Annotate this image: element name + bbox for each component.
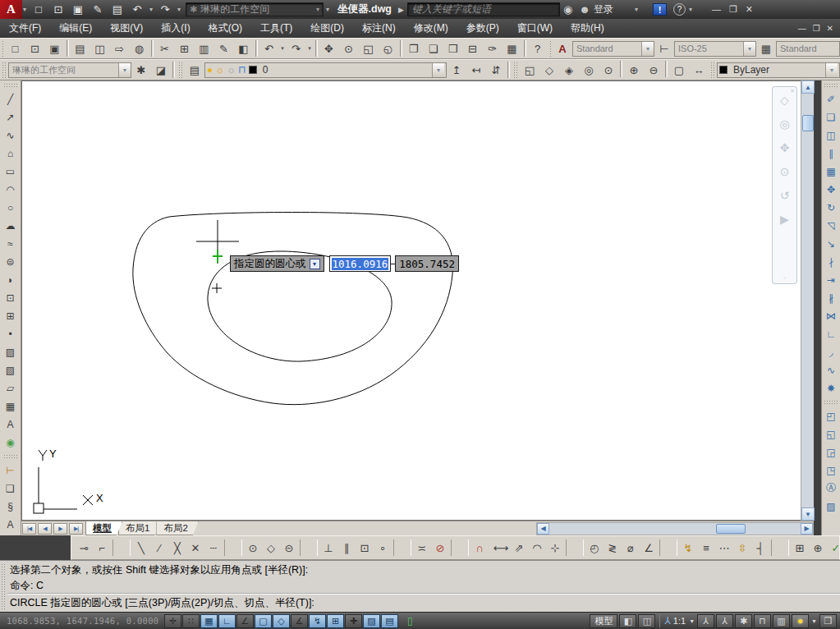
workspace-switch-button[interactable]: ✱ [735,614,752,628]
orbit-icon[interactable]: ↺ [780,189,790,202]
dim-linear-icon[interactable]: ⟷ [492,539,510,557]
snap-insert-icon[interactable]: ⊡ [356,539,374,557]
toolbar-grip[interactable] [549,40,552,57]
model-space-button[interactable]: 模型 [590,614,617,628]
dim-inspect-icon[interactable]: ✓ [827,539,840,557]
separator[interactable] [665,61,668,77]
zoom-tool-icon[interactable]: ⊙ [780,165,790,178]
layout-tab[interactable]: 模型 [85,521,122,535]
dim-ordinate-icon[interactable]: ⊹ [546,539,564,557]
snap-none-icon[interactable]: ⊘ [431,539,449,557]
qat-save-as-icon[interactable]: ✎ [88,2,108,18]
layer-viewport-freeze-icon[interactable]: ☼ [227,64,236,76]
trim-icon[interactable]: ∤ [822,253,840,270]
region-icon[interactable]: ▱ [2,379,20,397]
scale-icon[interactable]: ◹ [822,217,840,234]
tolerance-icon[interactable]: ⊞ [791,539,809,557]
separator[interactable] [300,539,318,556]
menu-item[interactable]: 工具(T) [251,19,301,38]
dim-radius-icon[interactable]: ◴ [585,539,604,557]
menu-item[interactable]: 格式(O) [200,19,251,38]
offset-icon[interactable]: ∥ [822,145,840,162]
copy-icon[interactable]: ⊞ [175,39,195,57]
toolbar-grip[interactable] [2,40,4,57]
table-style-icon[interactable]: ▦ [756,39,776,57]
app-logo[interactable]: A [0,0,22,19]
text-style-icon[interactable]: A [553,39,572,57]
array-icon[interactable]: ▦ [822,163,840,180]
match-properties-icon[interactable]: ✎ [214,39,234,57]
snap-tangent-icon[interactable]: ⊝ [280,539,298,557]
menu-item[interactable]: 参数(P) [457,19,508,38]
scroll-up-icon[interactable]: ▲ [801,80,815,94]
snap-extension-icon[interactable]: ┄ [204,539,223,557]
vertical-scroll-thumb[interactable] [802,115,814,131]
dim-break-icon[interactable]: ┤ [751,539,769,557]
dim-space-icon[interactable]: ⇳ [733,539,751,557]
transparency-toggle[interactable]: ▨ [363,614,380,628]
zoom-center-icon[interactable]: ◎ [579,61,599,79]
menu-item[interactable]: 窗口(W) [508,19,562,38]
join-icon[interactable]: ⋈ [822,307,840,324]
workspace-dropdown[interactable]: ✱ 琳琳的工作空间 ▾ [186,2,324,16]
ducs-toggle[interactable]: ↯ [309,614,326,628]
snap-endpoint-icon[interactable]: ╲ [132,539,150,557]
separator[interactable] [315,40,318,57]
workspace-frame-icon[interactable]: ◪ [151,61,171,79]
pan-icon[interactable]: ✥ [319,39,339,57]
toolbar-grip[interactable] [178,62,183,78]
bring-to-front-icon[interactable]: ◰ [822,407,840,425]
horizontal-scroll-thumb[interactable] [716,524,746,534]
separator[interactable] [151,40,154,57]
exchange-icon[interactable]: ! [653,3,667,16]
construction-line-icon[interactable]: ↗ [2,108,20,126]
point-icon[interactable]: • [2,325,20,342]
menu-item[interactable]: 帮助(H) [562,19,613,38]
osnap-settings-icon[interactable]: ∩ [470,539,489,557]
publish-icon[interactable]: ⇨ [110,39,130,57]
snap-quadrant-icon[interactable]: ◇ [262,539,280,557]
layer-previous-icon[interactable]: ↤ [466,61,486,79]
chamfer-icon[interactable]: ∟ [822,325,840,342]
viewcube-icon[interactable]: ◇ [780,94,789,107]
help-dropdown-arrow-icon[interactable]: ▾ [689,6,692,13]
help-icon[interactable]: ? [528,39,548,57]
minimize-button[interactable]: — [798,24,806,33]
mtext-icon[interactable]: A [2,416,20,433]
quick-view-layouts-button[interactable]: ◧ [619,614,636,628]
text-zoom-icon[interactable]: A [2,516,20,533]
redo-split-arrow[interactable]: ▾ [306,39,314,57]
dim-diameter-icon[interactable]: ⌀ [622,539,640,557]
zoom-object-icon[interactable]: ⊙ [599,61,618,79]
restore-button[interactable]: ❐ [813,24,820,33]
tab-next-button[interactable]: ▶ [53,523,67,535]
ortho-toggle[interactable]: ∟ [218,614,236,628]
menu-item[interactable]: 编辑(E) [50,19,101,38]
export-dwf-icon[interactable]: ◍ [130,39,149,57]
clean-screen-button[interactable]: ❒ [819,614,837,628]
chevron-down-icon[interactable]: ▾ [118,63,131,77]
layer-states-icon[interactable]: ⇵ [486,61,506,79]
script-icon[interactable]: § [2,498,20,515]
otrack-toggle[interactable]: ∡ [291,614,308,628]
quick-properties-toggle[interactable]: ▤ [381,614,398,628]
zoom-dynamic-icon[interactable]: ◇ [539,61,559,79]
table-icon[interactable]: ▦ [2,397,20,415]
snap-from-icon[interactable]: ⌐ [93,539,111,557]
undo-icon[interactable]: ↶ [259,39,279,57]
showmotion-icon[interactable]: ▶ [780,213,789,226]
layout-tab[interactable]: 布局2 [156,521,198,535]
zoom-in-icon[interactable]: ⊕ [624,61,644,79]
close-button[interactable]: ✕ [827,24,833,33]
hardware-acceleration-button[interactable]: ▥ [773,614,790,628]
gradient-icon[interactable]: ▧ [2,361,20,379]
osnap-3d-toggle[interactable]: ◇ [273,614,290,628]
qat-redo-icon[interactable]: ↷ [155,2,175,18]
workspace-settings-icon[interactable]: ✱ [131,61,151,79]
layer-control-dropdown[interactable]: ●☼☼⊓ 0 ▾ [204,62,447,78]
login-dropdown-arrow-icon[interactable]: ▾ [635,6,638,13]
stretch-icon[interactable]: ↘ [822,235,840,252]
layer-unlock-icon[interactable]: ⊓ [238,64,246,76]
menu-item[interactable]: 修改(M) [405,19,457,38]
grid-toggle[interactable]: ▦ [200,614,218,628]
